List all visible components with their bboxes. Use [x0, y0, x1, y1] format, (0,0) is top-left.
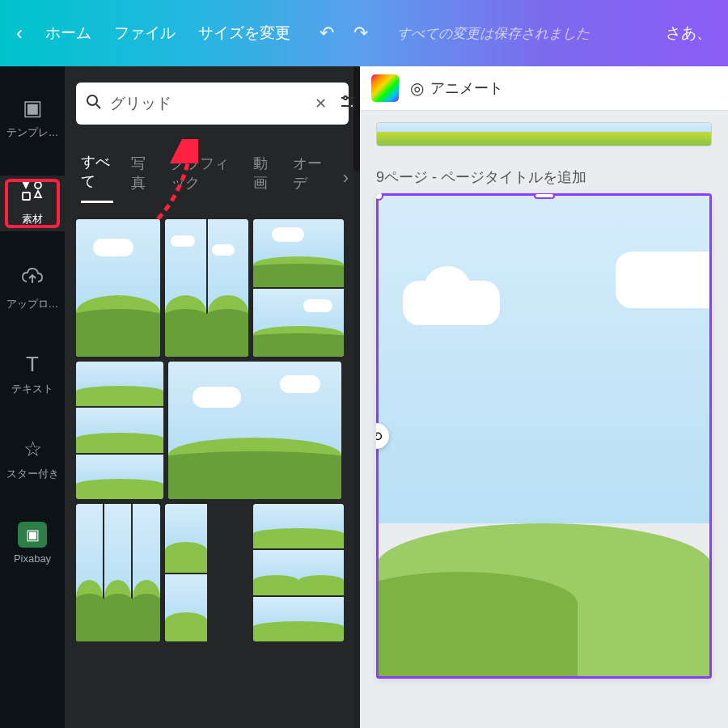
- animate-button[interactable]: ◎ アニメート: [410, 78, 503, 98]
- left-sidebar: ▣ テンプレ… 素材 アップロ… T テキスト ☆ スター付き ▣ Pixaba…: [0, 66, 65, 728]
- svg-point-2: [87, 95, 97, 105]
- top-bar: ‹ ホーム ファイル サイズを変更 ↶ ↷ すべての変更は保存されました さあ、: [0, 0, 728, 66]
- undo-icon[interactable]: ↶: [320, 23, 334, 44]
- sidebar-item-label: アップロ…: [6, 297, 59, 311]
- redo-icon[interactable]: ↷: [353, 23, 368, 44]
- file-menu[interactable]: ファイル: [114, 23, 176, 44]
- animate-icon: ◎: [410, 78, 424, 98]
- sidebar-item-label: テンプレ…: [6, 125, 59, 140]
- search-box[interactable]: ✕: [76, 83, 349, 125]
- tab-video[interactable]: 動画: [253, 154, 275, 202]
- elements-icon: [20, 180, 44, 207]
- tab-photo[interactable]: 写真: [131, 154, 153, 202]
- text-icon: T: [26, 352, 39, 377]
- svg-point-0: [35, 182, 41, 188]
- tab-all[interactable]: すべて: [81, 152, 113, 203]
- grid-template[interactable]: [253, 504, 344, 641]
- sidebar-item-elements[interactable]: 素材: [0, 176, 65, 231]
- panel-scrollbar[interactable]: [353, 66, 360, 728]
- page-title-field[interactable]: 9ページ - ページタイトルを追加: [376, 167, 712, 187]
- home-link[interactable]: ホーム: [45, 23, 91, 44]
- sidebar-item-starred[interactable]: ☆ スター付き: [0, 432, 65, 486]
- cta-text[interactable]: さあ、: [666, 23, 712, 44]
- filter-tabs: すべて 写真 グラフィック 動画 オーデ ›: [76, 152, 349, 203]
- back-icon[interactable]: ‹: [16, 22, 23, 44]
- grid-template[interactable]: [76, 219, 160, 357]
- grid-template[interactable]: [253, 219, 344, 357]
- design-canvas[interactable]: ⟲: [376, 193, 712, 679]
- topbar-left: ‹ ホーム ファイル サイズを変更 ↶ ↷ すべての変更は保存されました: [16, 22, 590, 44]
- search-input[interactable]: [110, 95, 302, 112]
- tab-audio[interactable]: オーデ: [293, 154, 325, 202]
- grid-results: [76, 219, 349, 717]
- sidebar-item-label: テキスト: [11, 382, 53, 396]
- search-icon: [86, 94, 102, 114]
- sidebar-item-label: 素材: [22, 212, 43, 226]
- resize-menu[interactable]: サイズを変更: [198, 23, 290, 44]
- canvas-toolbar: ◎ アニメート: [360, 66, 728, 111]
- tab-graphic[interactable]: グラフィック: [171, 154, 235, 202]
- clear-icon[interactable]: ✕: [310, 95, 332, 112]
- grid-template[interactable]: [165, 219, 249, 357]
- tabs-more-icon[interactable]: ›: [343, 167, 349, 188]
- sidebar-item-pixabay[interactable]: ▣ Pixabay: [0, 517, 65, 569]
- sidebar-item-text[interactable]: T テキスト: [0, 347, 65, 401]
- svg-line-3: [96, 104, 100, 108]
- animate-label: アニメート: [430, 78, 503, 98]
- sidebar-item-label: スター付き: [6, 467, 59, 481]
- grid-template[interactable]: [168, 362, 341, 499]
- sidebar-item-uploads[interactable]: アップロ…: [0, 262, 65, 316]
- background-color-button[interactable]: [371, 74, 399, 102]
- save-status: すべての変更は保存されました: [397, 24, 590, 43]
- canvas-area: ◎ アニメート 9ページ - ページタイトルを追加 ⟲: [360, 66, 728, 728]
- page-thumbnail-strip[interactable]: [376, 122, 712, 146]
- templates-icon: ▣: [23, 95, 43, 121]
- grid-template[interactable]: [165, 504, 249, 641]
- pixabay-icon: ▣: [18, 522, 47, 548]
- sidebar-item-label: Pixabay: [14, 552, 51, 565]
- undo-redo-group: ↶ ↷: [320, 23, 368, 44]
- star-icon: ☆: [23, 437, 42, 462]
- svg-point-5: [344, 96, 347, 99]
- sidebar-item-templates[interactable]: ▣ テンプレ…: [0, 91, 65, 145]
- elements-panel: ✕ すべて 写真 グラフィック 動画 オーデ ›: [65, 66, 360, 728]
- grid-template[interactable]: [76, 362, 163, 499]
- upload-icon: [21, 267, 44, 292]
- grid-template[interactable]: [76, 504, 160, 641]
- svg-rect-1: [23, 193, 30, 200]
